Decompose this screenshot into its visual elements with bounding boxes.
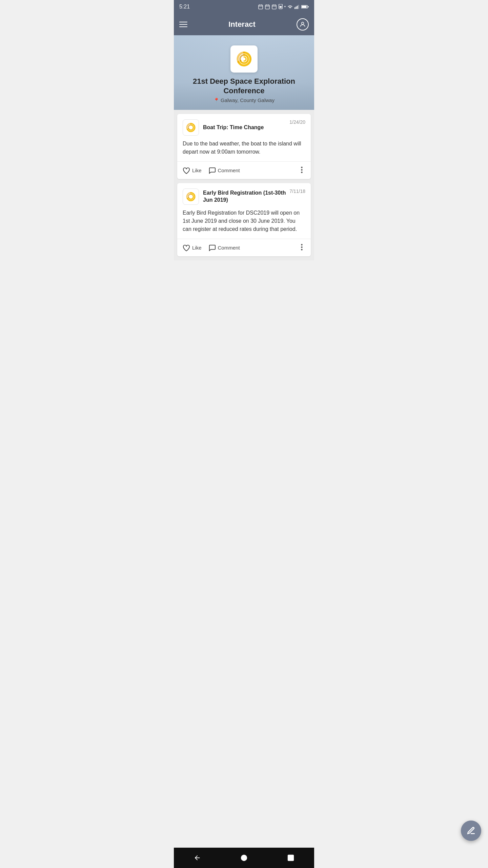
status-icons: • (258, 4, 309, 9)
comment-icon-1 (208, 167, 216, 174)
post-avatar-2 (183, 189, 199, 205)
post-date-1: 1/24/20 (289, 119, 305, 125)
post-header-1: Boat Trip: Time Change 1/24/20 (183, 119, 305, 136)
menu-button[interactable] (179, 22, 187, 27)
calendar-icon-3 (271, 4, 277, 9)
notification-dot: • (284, 4, 286, 9)
comment-icon-2 (208, 244, 216, 252)
post-header-2: Early Bird Registration (1st-30th Jun 20… (183, 189, 305, 205)
svg-rect-17 (298, 5, 299, 9)
svg-point-25 (301, 244, 303, 245)
svg-rect-0 (259, 5, 263, 9)
more-options-button-1[interactable] (298, 165, 305, 176)
post-actions-2: Like Comment (183, 239, 305, 256)
spiral-logo-small-2 (185, 191, 196, 202)
svg-rect-13 (280, 6, 282, 8)
svg-point-23 (301, 169, 303, 171)
feed-container: Boat Trip: Time Change 1/24/20 Due to th… (174, 110, 314, 260)
signal-icon (294, 4, 300, 9)
heart-icon-1 (183, 167, 190, 174)
sim-icon (278, 4, 283, 9)
post-body-2: Early Bird Registration for DSC2019 will… (183, 209, 305, 239)
svg-point-22 (301, 166, 303, 168)
status-time: 5:21 (179, 4, 190, 10)
svg-rect-15 (296, 6, 297, 9)
more-options-button-2[interactable] (298, 242, 305, 253)
like-button-2[interactable]: Like (183, 243, 202, 253)
post-body-1: Due to the bad weather, the boat to the … (183, 140, 305, 161)
user-icon (299, 21, 306, 28)
post-date-2: 7/11/18 (289, 189, 305, 194)
svg-point-24 (301, 172, 303, 173)
app-bar: Interact (174, 14, 314, 35)
like-button-1[interactable]: Like (183, 165, 202, 176)
svg-point-27 (301, 249, 303, 251)
svg-rect-8 (272, 5, 276, 9)
location-pin-icon: 📍 (214, 98, 219, 103)
post-card-2: Early Bird Registration (1st-30th Jun 20… (177, 183, 311, 256)
post-card-1: Boat Trip: Time Change 1/24/20 Due to th… (177, 114, 311, 179)
heart-icon-2 (183, 244, 190, 252)
calendar-icon-2 (265, 4, 270, 9)
post-actions-1: Like Comment (183, 162, 305, 179)
profile-button[interactable] (297, 18, 309, 31)
calendar-icon-1 (258, 4, 263, 9)
conference-title: 21st Deep Space Exploration Conference (174, 77, 314, 96)
post-title-2: Early Bird Registration (1st-30th Jun 20… (203, 190, 287, 204)
svg-rect-19 (302, 6, 306, 8)
svg-rect-4 (265, 5, 269, 9)
comment-button-1[interactable]: Comment (208, 165, 240, 176)
svg-rect-14 (294, 7, 295, 9)
spiral-logo-small-1 (185, 122, 196, 133)
wifi-icon (287, 4, 293, 9)
spiral-logo-large (235, 50, 253, 68)
app-title: Interact (228, 20, 255, 29)
svg-point-26 (301, 246, 303, 248)
post-title-1: Boat Trip: Time Change (203, 124, 287, 131)
battery-icon (301, 5, 309, 9)
svg-rect-16 (297, 6, 298, 9)
comment-button-2[interactable]: Comment (208, 243, 240, 253)
svg-point-21 (302, 22, 304, 24)
conference-logo (230, 45, 258, 73)
hero-banner: 21st Deep Space Exploration Conference 📍… (174, 35, 314, 110)
status-bar: 5:21 • (174, 0, 314, 14)
conference-location: 📍 Galway, County Galway (214, 97, 274, 103)
post-avatar-1 (183, 119, 199, 136)
svg-rect-20 (308, 6, 309, 7)
